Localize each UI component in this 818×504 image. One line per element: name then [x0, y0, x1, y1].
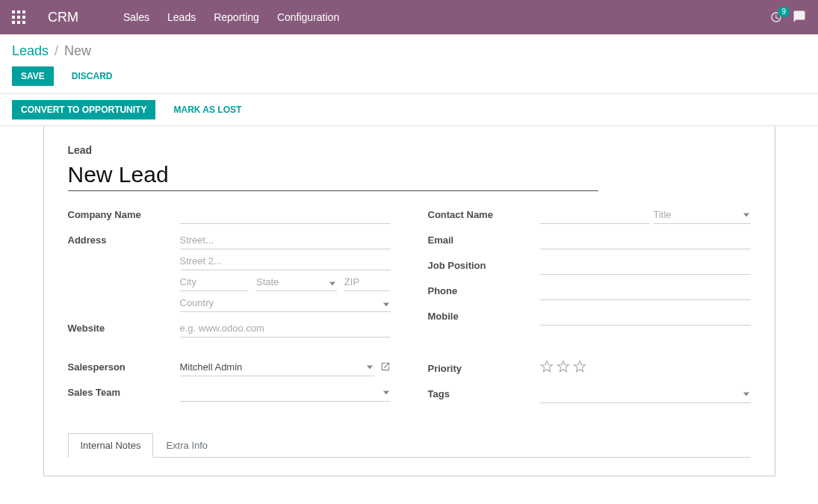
- priority-label: Priority: [428, 360, 540, 374]
- sales-team-input[interactable]: [180, 384, 391, 402]
- job-position-label: Job Position: [428, 257, 540, 271]
- priority-stars[interactable]: [540, 360, 751, 373]
- country-input[interactable]: [180, 294, 391, 312]
- contact-title-input[interactable]: [654, 206, 751, 224]
- mobile-input[interactable]: [540, 308, 751, 326]
- email-input[interactable]: [540, 231, 751, 249]
- lead-title-input[interactable]: [68, 161, 598, 191]
- star-icon[interactable]: [573, 360, 586, 373]
- save-button[interactable]: Save: [12, 66, 54, 86]
- salesperson-input[interactable]: [180, 358, 374, 376]
- svg-rect-0: [12, 10, 15, 13]
- star-icon[interactable]: [540, 360, 554, 373]
- discard-button[interactable]: Discard: [63, 66, 122, 86]
- nav-reporting[interactable]: Reporting: [214, 11, 259, 23]
- website-input[interactable]: [180, 320, 391, 337]
- apps-icon[interactable]: [12, 10, 25, 24]
- mark-as-lost-button[interactable]: Mark as Lost: [164, 100, 250, 119]
- nav-items: Sales Leads Reporting Configuration: [123, 11, 770, 23]
- address-label: Address: [68, 231, 180, 246]
- contact-name-input[interactable]: [540, 206, 649, 224]
- tabs: Internal Notes Extra Info: [68, 433, 751, 458]
- lead-heading-label: Lead: [68, 144, 751, 156]
- activity-count-badge: 9: [778, 7, 790, 17]
- company-name-input[interactable]: [180, 206, 391, 224]
- svg-rect-5: [22, 16, 25, 19]
- job-position-input[interactable]: [540, 257, 751, 275]
- state-input[interactable]: [256, 273, 337, 291]
- svg-rect-7: [17, 21, 20, 24]
- salesperson-label: Salesperson: [68, 358, 180, 373]
- form-sheet: Lead Company Name Address: [43, 126, 775, 476]
- chat-icon[interactable]: [793, 10, 806, 25]
- svg-rect-4: [17, 16, 20, 19]
- zip-input[interactable]: [344, 273, 391, 291]
- street-input[interactable]: [180, 231, 391, 249]
- nav-leads[interactable]: Leads: [167, 11, 196, 23]
- status-bar: Convert to Opportunity Mark as Lost: [0, 94, 818, 126]
- svg-rect-8: [22, 21, 25, 24]
- app-brand[interactable]: CRM: [48, 10, 78, 25]
- convert-to-opportunity-button[interactable]: Convert to Opportunity: [12, 100, 155, 119]
- navbar: CRM Sales Leads Reporting Configuration …: [0, 0, 818, 34]
- svg-rect-6: [12, 21, 15, 24]
- breadcrumb-sep: /: [55, 43, 58, 59]
- breadcrumb: Leads / New: [12, 43, 806, 59]
- svg-rect-2: [22, 10, 25, 13]
- svg-rect-3: [12, 16, 15, 19]
- tags-label: Tags: [428, 385, 540, 399]
- phone-input[interactable]: [540, 282, 751, 300]
- external-link-icon[interactable]: [380, 361, 391, 374]
- nav-sales[interactable]: Sales: [123, 11, 149, 23]
- star-icon[interactable]: [557, 360, 570, 373]
- tab-internal-notes[interactable]: Internal Notes: [68, 433, 154, 458]
- left-column: Company Name Address: [68, 206, 391, 411]
- website-label: Website: [68, 320, 180, 334]
- street2-input[interactable]: [180, 252, 391, 270]
- email-label: Email: [428, 231, 540, 246]
- city-input[interactable]: [180, 273, 249, 291]
- breadcrumb-current: New: [64, 43, 91, 59]
- mobile-label: Mobile: [428, 308, 540, 322]
- phone-label: Phone: [428, 282, 540, 296]
- activity-icon[interactable]: 9: [770, 11, 782, 23]
- right-column: Contact Name Email Job Position Phon: [428, 206, 751, 411]
- tab-extra-info[interactable]: Extra Info: [153, 433, 220, 458]
- nav-configuration[interactable]: Configuration: [277, 11, 339, 23]
- control-panel: Leads / New Save Discard: [0, 34, 818, 94]
- contact-name-label: Contact Name: [428, 206, 540, 220]
- svg-rect-1: [17, 10, 20, 13]
- sales-team-label: Sales Team: [68, 384, 180, 398]
- company-name-label: Company Name: [68, 206, 180, 220]
- tags-input[interactable]: [540, 385, 751, 403]
- breadcrumb-leads[interactable]: Leads: [12, 43, 49, 59]
